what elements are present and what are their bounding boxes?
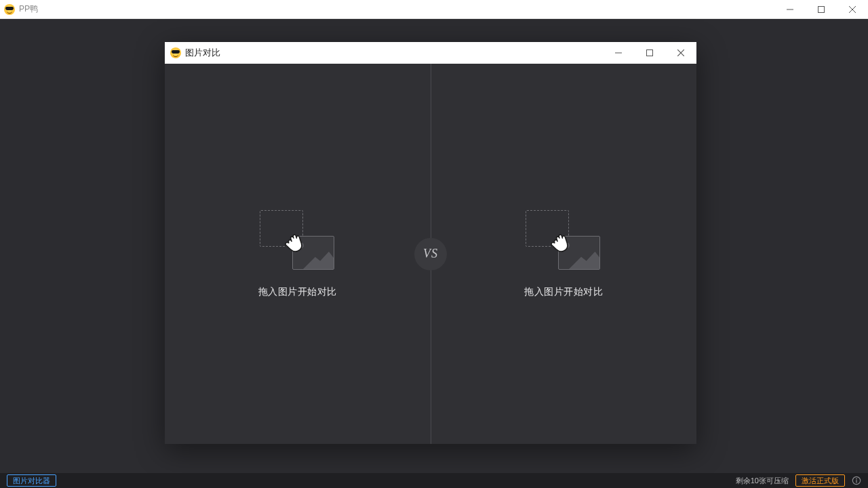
left-drop-pane[interactable]: 拖入图片开始对比 [165,64,431,444]
image-comparator-button[interactable]: 图片对比器 [7,474,56,487]
left-drop-hint: 拖入图片开始对比 [258,210,337,298]
drag-image-icon [260,210,336,271]
svg-rect-1 [647,50,653,56]
maximize-button[interactable] [806,0,837,18]
right-drop-text: 拖入图片开始对比 [524,286,603,298]
right-drop-hint: 拖入图片开始对比 [524,210,603,298]
dialog-close-button[interactable] [665,42,696,64]
app-window-controls [774,0,868,18]
dialog-minimize-button[interactable] [603,42,634,64]
app-titlebar: PP鸭 [0,0,868,19]
activate-button[interactable]: 激活正式版 [795,474,845,487]
svg-rect-0 [818,6,825,12]
dialog-title: 图片对比 [185,47,220,59]
dialog-window-controls [603,42,696,64]
left-drop-text: 拖入图片开始对比 [258,286,337,298]
drag-image-icon [526,210,601,271]
dialog-body: 拖入图片开始对比 拖入图片开始对比 VS [165,64,696,444]
close-button[interactable] [837,0,868,18]
grab-hand-icon [547,230,570,253]
vs-badge: VS [414,238,447,270]
status-bar: 图片对比器 剩余10张可压缩 激活正式版 [0,473,868,488]
minimize-button[interactable] [774,0,806,18]
info-icon[interactable] [852,476,861,485]
compare-dialog: 图片对比 拖入图片开始对比 [165,42,696,444]
dialog-maximize-button[interactable] [634,42,665,64]
app-icon [4,4,15,15]
dialog-icon [170,47,181,58]
svg-point-3 [856,479,857,480]
dialog-titlebar: 图片对比 [165,42,696,64]
remaining-count-text: 剩余10张可压缩 [736,476,789,486]
svg-rect-4 [856,480,856,483]
app-title: PP鸭 [19,3,38,15]
grab-hand-icon [281,230,304,253]
right-drop-pane[interactable]: 拖入图片开始对比 [431,64,697,444]
